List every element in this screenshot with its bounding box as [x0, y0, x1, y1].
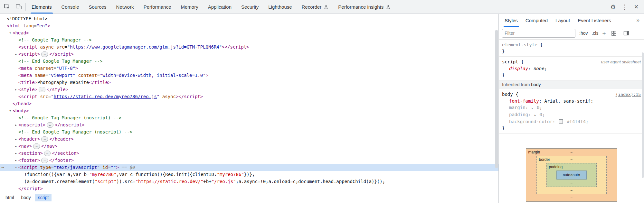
expand-arrow-icon[interactable]: ▾	[14, 164, 18, 171]
elements-scrollbar[interactable]	[495, 30, 498, 168]
expand-arrow-icon[interactable]: ▸	[14, 143, 18, 150]
expand-arrow-icon[interactable]: ▸	[14, 157, 18, 164]
style-line[interactable]: }	[502, 125, 641, 131]
tree-row[interactable]: ▸<script>…</script>	[0, 51, 498, 58]
tab-lighthouse[interactable]: Lighthouse	[263, 0, 297, 14]
device-toolbar-button[interactable]	[13, 0, 24, 14]
style-line[interactable]: element.style {	[502, 42, 641, 48]
tab-security[interactable]: Security	[236, 0, 263, 14]
tree-row[interactable]: (a=document.createElement("script")).src…	[0, 178, 498, 185]
settings-button[interactable]: ⚙	[607, 0, 619, 14]
expand-ellipsis-button[interactable]: …	[41, 158, 48, 163]
new-style-rule-button[interactable]: +	[602, 30, 606, 36]
expand-ellipsis-button[interactable]: …	[33, 143, 40, 149]
style-line[interactable]: }	[502, 72, 641, 78]
expand-ellipsis-button[interactable]: …	[47, 122, 53, 128]
breadcrumb-item-body[interactable]: body	[18, 194, 33, 201]
tree-row[interactable]: <!-- End Google Tag Manager (noscript) -…	[0, 128, 498, 135]
tab-layout[interactable]: Layout	[552, 14, 574, 27]
tree-row[interactable]: <script async src="https://www.googletag…	[0, 43, 498, 51]
style-line[interactable]: padding: ▸ 0;	[502, 111, 641, 118]
tree-row[interactable]: ▸<footer>…</footer>	[0, 157, 498, 164]
tree-row[interactable]: <meta charset="UTF-8">	[0, 65, 498, 72]
tab-sources[interactable]: Sources	[84, 0, 111, 14]
style-line[interactable]: font-family: Arial, sans-serif;	[502, 98, 641, 104]
attribute-link[interactable]: https://www.googletagmanager.com/gtm.js?…	[70, 44, 219, 50]
margin-top-value[interactable]: −	[570, 150, 573, 154]
tab-event-listeners[interactable]: Event Listeners	[574, 14, 615, 27]
expand-arrow-icon[interactable]: ▸	[14, 122, 18, 129]
close-devtools-button[interactable]: ×	[630, 0, 642, 14]
tree-row[interactable]: <title>Photography Website</title>	[0, 79, 498, 86]
style-line[interactable]: background-color: #f4f4f4;	[502, 118, 641, 125]
padding-top-value[interactable]: −	[570, 165, 573, 169]
style-line[interactable]: script {user agent stylesheet	[502, 59, 641, 65]
stylesheet-source-link[interactable]: (index):15	[612, 91, 641, 98]
expand-ellipsis-button[interactable]: …	[44, 151, 51, 156]
expand-arrow-icon[interactable]: ▾	[8, 107, 13, 115]
tree-row[interactable]: ▾<head>	[0, 29, 498, 36]
styles-scrollbar[interactable]	[642, 52, 644, 178]
breadcrumb-item-html[interactable]: html	[3, 194, 17, 201]
color-swatch[interactable]	[559, 119, 563, 124]
more-tabs-button[interactable]: »	[634, 14, 642, 27]
tab-application[interactable]: Application	[203, 0, 236, 14]
margin-right-value[interactable]: −	[610, 173, 612, 177]
rendering-emulations-button[interactable]	[610, 31, 618, 36]
tree-row[interactable]: </script>	[0, 185, 498, 192]
box-model-padding[interactable]: padding − − − − auto×auto	[546, 163, 597, 187]
box-model-margin[interactable]: margin − − − − border − − − − padding	[526, 148, 617, 202]
tree-row[interactable]: <!-- Google Tag Manager -->	[0, 36, 498, 43]
toggle-element-state-button[interactable]: :hov	[579, 31, 588, 36]
expand-ellipsis-button[interactable]: …	[41, 136, 48, 142]
tree-row[interactable]: <html lang="en">	[0, 22, 498, 29]
style-line[interactable]: body {(index):15	[502, 91, 641, 98]
style-line[interactable]: }	[502, 48, 641, 54]
expand-arrow-icon[interactable]: ▾	[8, 30, 13, 37]
border-right-value[interactable]: −	[600, 173, 602, 177]
style-line[interactable]: margin: ▸ 0;	[502, 104, 641, 111]
expand-ellipsis-button[interactable]: …	[39, 87, 45, 92]
row-actions-icon[interactable]: ⋯	[1, 164, 4, 171]
tree-row[interactable]: ▸<header>…</header>	[0, 135, 498, 143]
tree-row[interactable]: </head>	[0, 100, 498, 107]
attribute-link[interactable]: https://static.reo.dev/myreo786/reo.js	[54, 94, 157, 99]
tab-network[interactable]: Network	[111, 0, 139, 14]
tab-styles[interactable]: Styles	[501, 14, 522, 27]
expand-ellipsis-button[interactable]: …	[41, 51, 48, 57]
tree-row[interactable]: <script src="https://static.reo.dev/myre…	[0, 93, 498, 100]
tree-row[interactable]: ▾<body>	[0, 107, 498, 114]
expand-arrow-icon[interactable]: ▸	[14, 150, 18, 157]
tree-row[interactable]: <!-- End Google Tag Manager -->	[0, 58, 498, 65]
tab-console[interactable]: Console	[57, 0, 84, 14]
tree-row[interactable]: ▸<nav>…</nav>	[0, 143, 498, 150]
tree-row[interactable]: ▸<noscript>…</noscript>	[0, 121, 498, 128]
tree-row[interactable]: <meta name="viewport" content="width=dev…	[0, 72, 498, 79]
styles-filter-input[interactable]	[502, 29, 575, 38]
box-model-border[interactable]: border − − − − padding − − − − au	[536, 156, 607, 194]
style-line[interactable]: display: none;	[502, 65, 641, 72]
tab-performance[interactable]: Performance	[139, 0, 176, 14]
tree-row[interactable]: ▾<script type="text/javascript" id=""> =…	[0, 164, 498, 171]
tree-row[interactable]: <!-- Google Tag Manager (noscript) -->	[0, 114, 498, 121]
padding-right-value[interactable]: −	[590, 173, 592, 177]
more-options-button[interactable]: ⋮	[619, 0, 630, 14]
margin-bottom-value[interactable]: −	[570, 196, 573, 200]
box-model-content[interactable]: auto×auto	[556, 171, 587, 180]
toggle-computed-sidebar-button[interactable]	[622, 30, 630, 36]
tree-row[interactable]: ▸<style>…</style>	[0, 86, 498, 93]
border-bottom-value[interactable]: −	[570, 188, 573, 193]
element-classes-button[interactable]: .cls	[592, 31, 598, 36]
margin-left-value[interactable]: −	[530, 173, 533, 177]
padding-bottom-value[interactable]: −	[570, 181, 573, 185]
tab-performance-insights[interactable]: Performance insights	[333, 0, 395, 14]
expand-arrow-icon[interactable]: ▸	[14, 86, 18, 93]
border-left-value[interactable]: −	[541, 173, 543, 177]
tab-elements[interactable]: Elements	[27, 0, 57, 14]
padding-left-value[interactable]: −	[551, 173, 553, 177]
tree-row[interactable]: <!DOCTYPE html>	[0, 15, 498, 22]
expand-arrow-icon[interactable]: ▸	[14, 51, 18, 58]
breadcrumb-item-script[interactable]: script	[35, 194, 52, 201]
border-top-value[interactable]: −	[570, 157, 573, 162]
tab-computed[interactable]: Computed	[522, 14, 552, 27]
